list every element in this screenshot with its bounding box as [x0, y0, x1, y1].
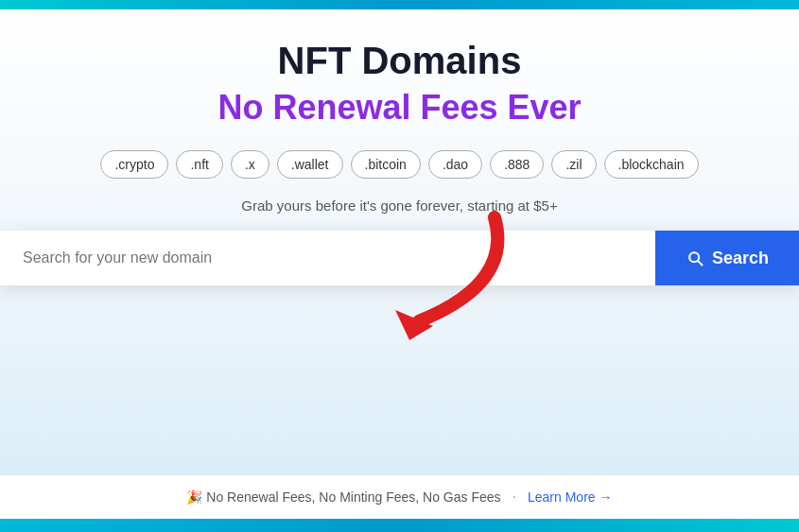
search-area: Search	[0, 231, 799, 285]
search-input[interactable]	[0, 231, 655, 285]
footer-bar: 🎉 No Renewal Fees, No Minting Fees, No G…	[0, 474, 799, 519]
learn-more-link[interactable]: Learn More →	[528, 489, 613, 505]
learn-more-label: Learn More	[528, 489, 596, 505]
domain-tag[interactable]: .wallet	[277, 150, 343, 179]
page-title: NFT Domains	[278, 40, 522, 82]
domain-tag[interactable]: .bitcoin	[351, 150, 421, 179]
domain-tag[interactable]: .888	[490, 150, 544, 179]
page-subtitle: No Renewal Fees Ever	[217, 88, 581, 128]
domain-tags-row: .crypto.nft.x.wallet.bitcoin.dao.888.zil…	[100, 150, 698, 179]
domain-tag[interactable]: .blockchain	[604, 150, 699, 179]
search-bar: Search	[0, 231, 799, 285]
domain-tag[interactable]: .x	[231, 150, 269, 179]
tagline: Grab yours before it's gone forever, sta…	[241, 197, 557, 214]
top-bar	[0, 0, 799, 9]
search-button-label: Search	[712, 249, 769, 268]
bottom-bar	[0, 519, 799, 532]
domain-tag[interactable]: .zil	[551, 150, 596, 179]
main-content: NFT Domains No Renewal Fees Ever .crypto…	[0, 9, 799, 474]
arrow-icon: →	[599, 489, 613, 505]
svg-marker-0	[395, 310, 433, 340]
search-icon	[686, 249, 704, 267]
search-button[interactable]: Search	[655, 231, 799, 285]
dot-separator: ·	[512, 489, 516, 506]
domain-tag[interactable]: .crypto	[100, 150, 168, 179]
footer-text: 🎉 No Renewal Fees, No Minting Fees, No G…	[186, 489, 500, 505]
domain-tag[interactable]: .dao	[428, 150, 482, 179]
domain-tag[interactable]: .nft	[176, 150, 222, 179]
